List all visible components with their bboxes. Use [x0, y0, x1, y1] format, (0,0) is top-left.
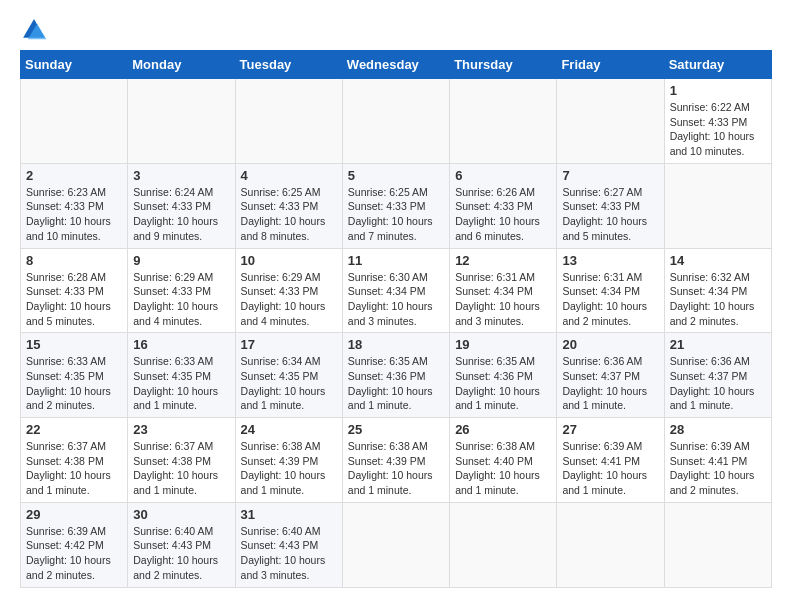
day-info: Sunrise: 6:29 AMSunset: 4:33 PMDaylight:…	[241, 270, 337, 329]
day-info: Sunrise: 6:24 AMSunset: 4:33 PMDaylight:…	[133, 185, 229, 244]
day-number: 10	[241, 253, 337, 268]
day-info: Sunrise: 6:31 AMSunset: 4:34 PMDaylight:…	[562, 270, 658, 329]
day-info: Sunrise: 6:33 AMSunset: 4:35 PMDaylight:…	[133, 354, 229, 413]
day-number: 1	[670, 83, 766, 98]
day-number: 5	[348, 168, 444, 183]
day-info: Sunrise: 6:38 AMSunset: 4:40 PMDaylight:…	[455, 439, 551, 498]
calendar-week-row: 15Sunrise: 6:33 AMSunset: 4:35 PMDayligh…	[21, 333, 772, 418]
calendar-week-row: 8Sunrise: 6:28 AMSunset: 4:33 PMDaylight…	[21, 248, 772, 333]
day-number: 6	[455, 168, 551, 183]
day-number: 23	[133, 422, 229, 437]
calendar-cell: 7Sunrise: 6:27 AMSunset: 4:33 PMDaylight…	[557, 163, 664, 248]
calendar-cell: 3Sunrise: 6:24 AMSunset: 4:33 PMDaylight…	[128, 163, 235, 248]
day-header-sunday: Sunday	[21, 51, 128, 79]
day-info: Sunrise: 6:28 AMSunset: 4:33 PMDaylight:…	[26, 270, 122, 329]
calendar-cell: 29Sunrise: 6:39 AMSunset: 4:42 PMDayligh…	[21, 502, 128, 587]
day-number: 25	[348, 422, 444, 437]
day-number: 15	[26, 337, 122, 352]
day-number: 13	[562, 253, 658, 268]
calendar-cell: 5Sunrise: 6:25 AMSunset: 4:33 PMDaylight…	[342, 163, 449, 248]
calendar-cell: 18Sunrise: 6:35 AMSunset: 4:36 PMDayligh…	[342, 333, 449, 418]
day-info: Sunrise: 6:39 AMSunset: 4:41 PMDaylight:…	[562, 439, 658, 498]
day-info: Sunrise: 6:37 AMSunset: 4:38 PMDaylight:…	[26, 439, 122, 498]
day-info: Sunrise: 6:22 AMSunset: 4:33 PMDaylight:…	[670, 100, 766, 159]
day-info: Sunrise: 6:31 AMSunset: 4:34 PMDaylight:…	[455, 270, 551, 329]
day-info: Sunrise: 6:39 AMSunset: 4:41 PMDaylight:…	[670, 439, 766, 498]
day-number: 30	[133, 507, 229, 522]
calendar-cell: 26Sunrise: 6:38 AMSunset: 4:40 PMDayligh…	[450, 418, 557, 503]
day-number: 8	[26, 253, 122, 268]
day-info: Sunrise: 6:36 AMSunset: 4:37 PMDaylight:…	[562, 354, 658, 413]
day-number: 19	[455, 337, 551, 352]
day-info: Sunrise: 6:32 AMSunset: 4:34 PMDaylight:…	[670, 270, 766, 329]
day-info: Sunrise: 6:23 AMSunset: 4:33 PMDaylight:…	[26, 185, 122, 244]
day-number: 26	[455, 422, 551, 437]
day-info: Sunrise: 6:26 AMSunset: 4:33 PMDaylight:…	[455, 185, 551, 244]
day-number: 24	[241, 422, 337, 437]
calendar-header-row: SundayMondayTuesdayWednesdayThursdayFrid…	[21, 51, 772, 79]
day-header-wednesday: Wednesday	[342, 51, 449, 79]
day-info: Sunrise: 6:40 AMSunset: 4:43 PMDaylight:…	[241, 524, 337, 583]
calendar-table: SundayMondayTuesdayWednesdayThursdayFrid…	[20, 50, 772, 588]
calendar-cell	[664, 502, 771, 587]
calendar-cell	[664, 163, 771, 248]
day-number: 3	[133, 168, 229, 183]
calendar-cell: 6Sunrise: 6:26 AMSunset: 4:33 PMDaylight…	[450, 163, 557, 248]
calendar-cell: 9Sunrise: 6:29 AMSunset: 4:33 PMDaylight…	[128, 248, 235, 333]
day-number: 28	[670, 422, 766, 437]
calendar-cell: 22Sunrise: 6:37 AMSunset: 4:38 PMDayligh…	[21, 418, 128, 503]
calendar-cell: 25Sunrise: 6:38 AMSunset: 4:39 PMDayligh…	[342, 418, 449, 503]
calendar-cell: 27Sunrise: 6:39 AMSunset: 4:41 PMDayligh…	[557, 418, 664, 503]
day-number: 31	[241, 507, 337, 522]
calendar-cell: 17Sunrise: 6:34 AMSunset: 4:35 PMDayligh…	[235, 333, 342, 418]
calendar-cell: 15Sunrise: 6:33 AMSunset: 4:35 PMDayligh…	[21, 333, 128, 418]
page-header	[20, 16, 772, 44]
calendar-cell	[128, 79, 235, 164]
calendar-week-row: 22Sunrise: 6:37 AMSunset: 4:38 PMDayligh…	[21, 418, 772, 503]
calendar-cell: 10Sunrise: 6:29 AMSunset: 4:33 PMDayligh…	[235, 248, 342, 333]
calendar-cell: 4Sunrise: 6:25 AMSunset: 4:33 PMDaylight…	[235, 163, 342, 248]
day-info: Sunrise: 6:38 AMSunset: 4:39 PMDaylight:…	[241, 439, 337, 498]
calendar-cell: 14Sunrise: 6:32 AMSunset: 4:34 PMDayligh…	[664, 248, 771, 333]
calendar-cell	[450, 502, 557, 587]
day-number: 12	[455, 253, 551, 268]
day-info: Sunrise: 6:34 AMSunset: 4:35 PMDaylight:…	[241, 354, 337, 413]
day-info: Sunrise: 6:25 AMSunset: 4:33 PMDaylight:…	[241, 185, 337, 244]
day-info: Sunrise: 6:36 AMSunset: 4:37 PMDaylight:…	[670, 354, 766, 413]
calendar-cell: 28Sunrise: 6:39 AMSunset: 4:41 PMDayligh…	[664, 418, 771, 503]
day-info: Sunrise: 6:30 AMSunset: 4:34 PMDaylight:…	[348, 270, 444, 329]
calendar-cell	[342, 79, 449, 164]
day-header-tuesday: Tuesday	[235, 51, 342, 79]
day-header-saturday: Saturday	[664, 51, 771, 79]
calendar-cell	[235, 79, 342, 164]
calendar-cell: 30Sunrise: 6:40 AMSunset: 4:43 PMDayligh…	[128, 502, 235, 587]
calendar-cell: 11Sunrise: 6:30 AMSunset: 4:34 PMDayligh…	[342, 248, 449, 333]
calendar-cell: 16Sunrise: 6:33 AMSunset: 4:35 PMDayligh…	[128, 333, 235, 418]
calendar-cell: 1Sunrise: 6:22 AMSunset: 4:33 PMDaylight…	[664, 79, 771, 164]
calendar-week-row: 1Sunrise: 6:22 AMSunset: 4:33 PMDaylight…	[21, 79, 772, 164]
day-info: Sunrise: 6:35 AMSunset: 4:36 PMDaylight:…	[455, 354, 551, 413]
day-number: 16	[133, 337, 229, 352]
logo	[20, 16, 52, 44]
calendar-cell	[450, 79, 557, 164]
calendar-cell	[557, 79, 664, 164]
day-number: 27	[562, 422, 658, 437]
calendar-cell: 13Sunrise: 6:31 AMSunset: 4:34 PMDayligh…	[557, 248, 664, 333]
calendar-cell	[342, 502, 449, 587]
day-info: Sunrise: 6:38 AMSunset: 4:39 PMDaylight:…	[348, 439, 444, 498]
day-number: 4	[241, 168, 337, 183]
calendar-cell: 21Sunrise: 6:36 AMSunset: 4:37 PMDayligh…	[664, 333, 771, 418]
calendar-week-row: 2Sunrise: 6:23 AMSunset: 4:33 PMDaylight…	[21, 163, 772, 248]
day-number: 18	[348, 337, 444, 352]
day-info: Sunrise: 6:27 AMSunset: 4:33 PMDaylight:…	[562, 185, 658, 244]
calendar-cell: 12Sunrise: 6:31 AMSunset: 4:34 PMDayligh…	[450, 248, 557, 333]
calendar-cell	[557, 502, 664, 587]
day-info: Sunrise: 6:29 AMSunset: 4:33 PMDaylight:…	[133, 270, 229, 329]
day-number: 2	[26, 168, 122, 183]
day-number: 29	[26, 507, 122, 522]
calendar-cell: 23Sunrise: 6:37 AMSunset: 4:38 PMDayligh…	[128, 418, 235, 503]
day-header-friday: Friday	[557, 51, 664, 79]
calendar-cell	[21, 79, 128, 164]
day-header-thursday: Thursday	[450, 51, 557, 79]
calendar-cell: 8Sunrise: 6:28 AMSunset: 4:33 PMDaylight…	[21, 248, 128, 333]
